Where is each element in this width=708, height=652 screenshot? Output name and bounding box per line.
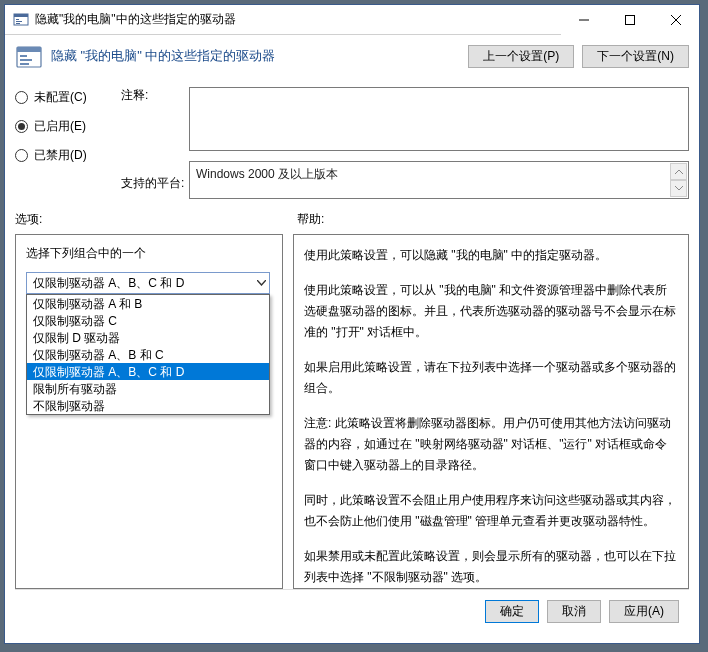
options-prompt: 选择下列组合中的一个 <box>26 245 272 262</box>
window-title: 隐藏"我的电脑"中的这些指定的驱动器 <box>35 11 561 28</box>
prev-setting-button[interactable]: 上一个设置(P) <box>468 45 574 68</box>
combo-option[interactable]: 不限制驱动器 <box>27 397 269 414</box>
policy-name: 隐藏 "我的电脑" 中的这些指定的驱动器 <box>51 43 468 65</box>
help-text: 使用此策略设置，可以从 "我的电脑" 和文件资源管理器中删除代表所选硬盘驱动器的… <box>304 280 678 343</box>
svg-rect-1 <box>14 14 28 17</box>
combo-option[interactable]: 仅限制驱动器 C <box>27 312 269 329</box>
options-panel: 选择下列组合中的一个 仅限制驱动器 A、B、C 和 D 仅限制驱动器 A 和 B… <box>15 234 283 589</box>
comment-input[interactable] <box>189 87 689 151</box>
svg-rect-3 <box>16 21 22 22</box>
cancel-button[interactable]: 取消 <box>547 600 601 623</box>
apply-button[interactable]: 应用(A) <box>609 600 679 623</box>
svg-rect-2 <box>16 19 19 20</box>
combo-option[interactable]: 仅限制驱动器 A、B 和 C <box>27 346 269 363</box>
svg-rect-11 <box>20 55 27 57</box>
drive-combo[interactable]: 仅限制驱动器 A、B、C 和 D 仅限制驱动器 A 和 B 仅限制驱动器 C 仅… <box>26 272 270 294</box>
combo-option[interactable]: 仅限制 D 驱动器 <box>27 329 269 346</box>
svg-rect-4 <box>16 23 20 24</box>
radio-not-configured[interactable]: 未配置(C) <box>15 89 115 106</box>
titlebar: 隐藏"我的电脑"中的这些指定的驱动器 <box>5 5 699 35</box>
scroll-down-icon[interactable] <box>670 180 687 197</box>
svg-rect-12 <box>20 59 32 61</box>
chevron-down-icon[interactable] <box>252 272 270 294</box>
radio-disabled[interactable]: 已禁用(D) <box>15 147 115 164</box>
help-text: 如果启用此策略设置，请在下拉列表中选择一个驱动器或多个驱动器的组合。 <box>304 357 678 399</box>
comment-label: 注释: <box>121 87 189 105</box>
radio-enabled[interactable]: 已启用(E) <box>15 118 115 135</box>
supported-label: 支持的平台: <box>121 175 189 193</box>
svg-rect-6 <box>626 15 635 24</box>
help-text: 注意: 此策略设置将删除驱动器图标。用户仍可使用其他方法访问驱动器的内容，如通过… <box>304 413 678 476</box>
help-text: 使用此策略设置，可以隐藏 "我的电脑" 中的指定驱动器。 <box>304 245 678 266</box>
dialog-window: 隐藏"我的电脑"中的这些指定的驱动器 <box>4 4 700 644</box>
maximize-button[interactable] <box>607 5 653 35</box>
help-label: 帮助: <box>297 211 324 228</box>
help-text: 同时，此策略设置不会阻止用户使用程序来访问这些驱动器或其内容，也不会防止他们使用… <box>304 490 678 532</box>
help-panel: 使用此策略设置，可以隐藏 "我的电脑" 中的指定驱动器。 使用此策略设置，可以从… <box>293 234 689 589</box>
svg-rect-10 <box>17 47 41 52</box>
ok-button[interactable]: 确定 <box>485 600 539 623</box>
policy-large-icon <box>15 43 43 71</box>
policy-icon <box>13 12 29 28</box>
drive-dropdown: 仅限制驱动器 A 和 B 仅限制驱动器 C 仅限制 D 驱动器 仅限制驱动器 A… <box>26 294 270 415</box>
minimize-button[interactable] <box>561 5 607 35</box>
supported-platforms: Windows 2000 及以上版本 <box>189 161 689 199</box>
close-button[interactable] <box>653 5 699 35</box>
combo-selected: 仅限制驱动器 A、B、C 和 D <box>33 275 184 292</box>
svg-rect-13 <box>20 63 29 65</box>
next-setting-button[interactable]: 下一个设置(N) <box>582 45 689 68</box>
combo-option[interactable]: 仅限制驱动器 A、B、C 和 D <box>27 363 269 380</box>
combo-option[interactable]: 仅限制驱动器 A 和 B <box>27 295 269 312</box>
combo-option[interactable]: 限制所有驱动器 <box>27 380 269 397</box>
help-text: 如果禁用或未配置此策略设置，则会显示所有的驱动器，也可以在下拉列表中选择 "不限… <box>304 546 678 588</box>
scroll-up-icon[interactable] <box>670 163 687 180</box>
options-label: 选项: <box>15 211 277 228</box>
